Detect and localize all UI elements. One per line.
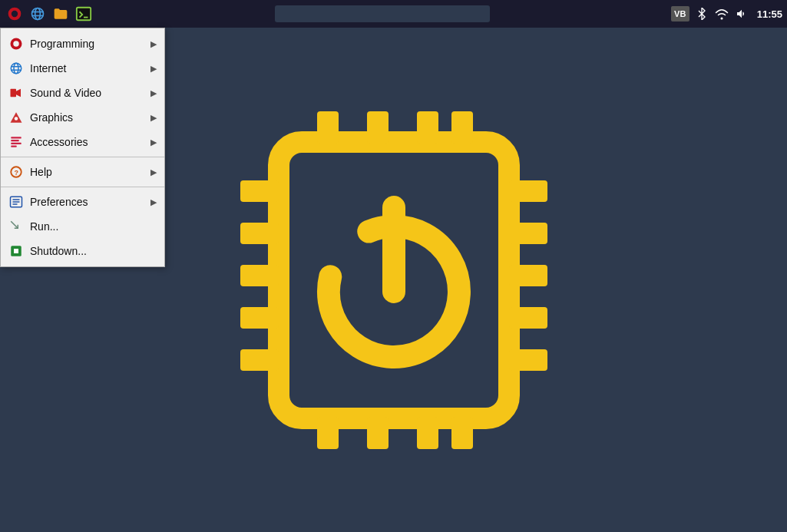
svg-rect-26 bbox=[451, 417, 473, 449]
svg-rect-11 bbox=[240, 265, 279, 286]
programming-label: Programming bbox=[30, 38, 144, 50]
svg-text:?: ? bbox=[14, 169, 18, 177]
svg-marker-35 bbox=[16, 89, 21, 97]
menu-item-graphics[interactable]: Graphics ▶ bbox=[1, 105, 164, 130]
programming-arrow: ▶ bbox=[150, 39, 157, 49]
taskbar-center bbox=[94, 5, 671, 22]
preferences-icon bbox=[8, 194, 24, 210]
graphics-label: Graphics bbox=[30, 111, 144, 124]
menu-item-accessories[interactable]: Accessories ▶ bbox=[1, 130, 164, 154]
menu-item-programming[interactable]: Programming ▶ bbox=[1, 31, 164, 56]
svg-rect-17 bbox=[509, 307, 547, 329]
taskbar: VB 11:55 bbox=[0, 0, 787, 28]
browser-button[interactable] bbox=[28, 4, 48, 24]
svg-point-31 bbox=[14, 63, 18, 74]
taskbar-left bbox=[5, 4, 94, 24]
svg-point-3 bbox=[35, 8, 41, 20]
svg-point-2 bbox=[32, 8, 44, 20]
menu-item-shutdown[interactable]: Shutdown... bbox=[1, 239, 164, 263]
taskbar-center-bar bbox=[275, 5, 490, 22]
volume-tray-icon[interactable] bbox=[734, 6, 749, 21]
sound-video-icon bbox=[8, 85, 24, 101]
wifi-tray-icon[interactable] bbox=[714, 6, 729, 21]
application-menu: Programming ▶ Internet ▶ Sound & Video ▶… bbox=[0, 28, 165, 267]
svg-rect-25 bbox=[417, 417, 438, 449]
graphics-arrow: ▶ bbox=[150, 113, 157, 123]
sound-video-arrow: ▶ bbox=[150, 88, 157, 98]
svg-rect-19 bbox=[317, 111, 339, 144]
menu-separator-1 bbox=[1, 157, 164, 157]
svg-rect-23 bbox=[317, 417, 339, 449]
svg-rect-13 bbox=[240, 349, 279, 371]
terminal-button[interactable] bbox=[74, 4, 94, 24]
shutdown-label: Shutdown... bbox=[30, 245, 157, 257]
internet-icon bbox=[8, 61, 24, 76]
programming-icon bbox=[8, 36, 24, 51]
svg-rect-40 bbox=[11, 146, 17, 147]
run-icon bbox=[8, 219, 24, 234]
internet-arrow: ▶ bbox=[150, 64, 157, 74]
accessories-label: Accessories bbox=[30, 136, 144, 148]
clock: 11:55 bbox=[757, 8, 782, 20]
vpn-tray-icon[interactable]: VB bbox=[671, 6, 689, 21]
preferences-arrow: ▶ bbox=[150, 197, 157, 207]
raspberry-pi-button[interactable] bbox=[5, 4, 25, 24]
svg-point-30 bbox=[11, 63, 21, 74]
svg-rect-38 bbox=[11, 140, 19, 141]
svg-rect-9 bbox=[240, 180, 279, 202]
svg-rect-6 bbox=[77, 8, 91, 21]
help-icon: ? bbox=[8, 164, 24, 180]
svg-marker-49 bbox=[14, 249, 18, 253]
svg-rect-14 bbox=[509, 180, 547, 202]
svg-rect-18 bbox=[509, 349, 547, 371]
preferences-label: Preferences bbox=[30, 196, 144, 208]
menu-item-preferences[interactable]: Preferences ▶ bbox=[1, 190, 164, 214]
help-label: Help bbox=[30, 166, 144, 178]
menu-separator-2 bbox=[1, 187, 164, 187]
internet-label: Internet bbox=[30, 62, 144, 74]
svg-rect-37 bbox=[11, 137, 21, 138]
svg-rect-24 bbox=[367, 417, 389, 449]
svg-rect-15 bbox=[509, 223, 547, 244]
menu-item-internet[interactable]: Internet ▶ bbox=[1, 56, 164, 81]
menu-item-help[interactable]: ? Help ▶ bbox=[1, 160, 164, 184]
svg-rect-39 bbox=[11, 143, 21, 144]
svg-rect-22 bbox=[451, 111, 473, 144]
graphics-icon bbox=[8, 110, 24, 125]
accessories-arrow: ▶ bbox=[150, 137, 157, 147]
taskbar-right: VB 11:55 bbox=[671, 6, 782, 21]
svg-line-47 bbox=[11, 221, 18, 228]
bluetooth-tray-icon[interactable] bbox=[694, 6, 709, 21]
menu-item-sound-video[interactable]: Sound & Video ▶ bbox=[1, 81, 164, 105]
svg-rect-16 bbox=[509, 265, 547, 286]
svg-point-36 bbox=[15, 117, 18, 121]
run-label: Run... bbox=[30, 220, 157, 233]
shutdown-icon bbox=[8, 243, 24, 259]
svg-rect-21 bbox=[417, 111, 438, 144]
accessories-icon bbox=[8, 134, 24, 150]
desktop-logo bbox=[217, 96, 570, 464]
svg-point-29 bbox=[13, 41, 19, 47]
files-button[interactable] bbox=[51, 4, 71, 24]
menu-item-run[interactable]: Run... bbox=[1, 214, 164, 239]
svg-point-1 bbox=[12, 11, 18, 17]
svg-rect-20 bbox=[367, 111, 389, 144]
svg-rect-10 bbox=[240, 223, 279, 244]
sound-video-label: Sound & Video bbox=[30, 87, 144, 99]
svg-rect-12 bbox=[240, 307, 279, 329]
help-arrow: ▶ bbox=[150, 167, 157, 177]
svg-rect-34 bbox=[11, 89, 17, 97]
